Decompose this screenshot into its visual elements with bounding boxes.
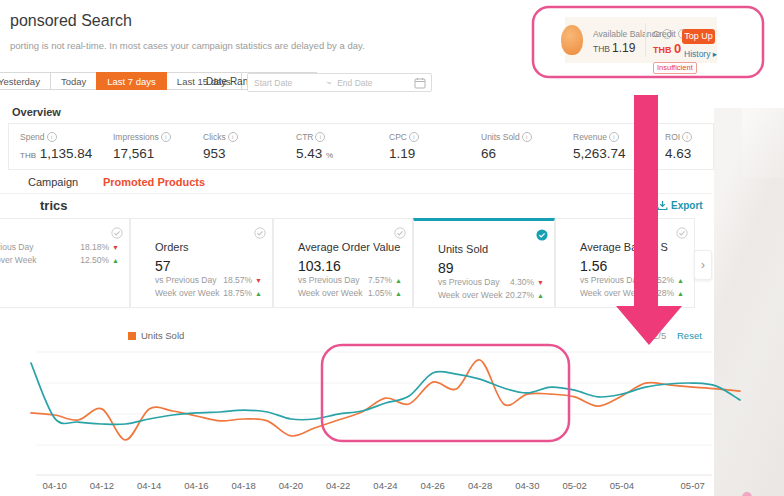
filter-today-button[interactable]: Today <box>50 72 97 90</box>
download-icon <box>657 200 668 211</box>
x-tick-label: 04-16 <box>184 480 208 491</box>
check-circle-icon[interactable] <box>111 227 123 239</box>
overview-card: Spendi THB 1,135.84 Impressionsi 17,561 … <box>8 123 714 170</box>
info-icon[interactable]: i <box>315 132 325 142</box>
metric-cpc: CPCi 1.19 <box>389 132 419 161</box>
annotation-arrow-head <box>616 306 682 345</box>
export-button[interactable]: Export <box>657 200 703 211</box>
x-tick-label: 04-22 <box>326 480 350 491</box>
x-tick-label: 04-28 <box>468 480 492 491</box>
tab-promoted-products[interactable]: Promoted Products <box>103 176 205 188</box>
insufficient-badge: Insufficient <box>653 62 697 74</box>
x-tick-label: 05-07 <box>681 480 705 491</box>
legend-units-sold[interactable]: Units Sold <box>128 330 184 341</box>
x-tick-label: 05-04 <box>610 480 634 491</box>
metric-units-sold: Units Soldi 66 <box>481 132 532 161</box>
metric-impressions: Impressionsi 17,561 <box>113 132 171 161</box>
metric-clicks: Clicksi 953 <box>203 132 238 161</box>
reset-link[interactable]: Reset <box>677 330 702 341</box>
info-icon[interactable]: i <box>47 132 57 142</box>
balance-panel: Available Balancei THB1.19 Crediti THB 0… <box>565 17 717 63</box>
series-line-1 <box>31 363 740 424</box>
metrics-heading: trics <box>40 198 67 213</box>
next-cards-button[interactable]: › <box>694 250 712 280</box>
metric-card-units-sold[interactable]: Units Sold 89 vs Previous Day4.30%▼ Week… <box>413 218 555 308</box>
x-tick-label: 04-30 <box>515 480 539 491</box>
info-icon[interactable]: i <box>682 132 692 142</box>
end-date-input[interactable] <box>331 78 409 88</box>
info-icon[interactable]: i <box>522 132 532 142</box>
start-date-input[interactable] <box>248 78 326 88</box>
check-circle-icon[interactable] <box>676 227 688 239</box>
metric-revenue: Revenuei 5,263.74 <box>573 132 626 161</box>
x-tick-label: 04-24 <box>373 480 397 491</box>
panel-divider <box>645 23 646 57</box>
filter-last-7-days-button[interactable]: Last 7 days <box>96 72 167 90</box>
metric-spend: Spendi THB 1,135.84 <box>20 132 92 161</box>
filter-yesterday-button[interactable]: Yesterday <box>0 72 51 90</box>
x-tick-label: 04-26 <box>421 480 445 491</box>
x-tick-label: 04-20 <box>279 480 303 491</box>
tab-divider <box>0 193 712 194</box>
info-icon[interactable]: i <box>228 132 238 142</box>
series-line-0 <box>31 360 740 440</box>
selected-count: 2/5 <box>653 330 666 341</box>
background-wedge <box>742 108 784 178</box>
history-link[interactable]: History ▸ <box>684 49 717 59</box>
metric-ctr: CTRi 5.43 % <box>296 132 333 161</box>
x-tick-label: 04-18 <box>232 480 256 491</box>
info-icon[interactable]: i <box>609 132 619 142</box>
info-icon[interactable]: i <box>161 132 171 142</box>
x-tick-label: 05-02 <box>562 480 586 491</box>
x-tick-label: 04-14 <box>137 480 161 491</box>
x-tick-label: 04-10 <box>42 480 66 491</box>
page-subtitle: porting is not real-time. In most cases … <box>10 40 365 51</box>
trend-chart: 04-1004-1204-1404-1604-1804-2004-2204-24… <box>0 345 784 496</box>
check-circle-icon[interactable] <box>254 227 266 239</box>
metric-card-average-basket-size[interactable]: Average Basket S 1.56 vs Previous Day17.… <box>555 218 695 308</box>
tab-campaign[interactable]: Campaign <box>28 176 78 188</box>
page-title: ponsored Search <box>10 12 132 30</box>
info-icon[interactable]: i <box>409 132 419 142</box>
metric-card-orders[interactable]: Orders 57 vs Previous Day18.57%▼ Week ov… <box>130 218 273 308</box>
overview-heading: Overview <box>12 106 61 118</box>
coin-icon <box>561 25 583 55</box>
metric-card-average-order-value[interactable]: Average Order Value 103.16 vs Previous D… <box>273 218 413 308</box>
metric-roi: ROIi 4.63 <box>665 132 692 161</box>
x-tick-label: 04-12 <box>90 480 114 491</box>
metric-card-cut[interactable]: vs Previous Day18.18%▼ Week over Week12.… <box>0 218 130 308</box>
calendar-icon[interactable] <box>414 77 426 89</box>
check-circle-selected-icon[interactable] <box>536 229 548 241</box>
legend-swatch <box>128 332 136 340</box>
top-up-button[interactable]: Top Up <box>682 29 715 44</box>
date-range-picker[interactable]: ~ <box>247 73 432 92</box>
check-circle-icon[interactable] <box>394 227 406 239</box>
